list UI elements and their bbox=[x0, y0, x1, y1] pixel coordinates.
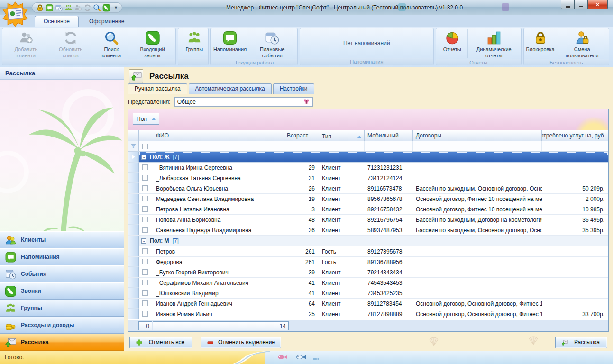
table-row[interactable]: Иванов Андрей Геннадьевич 64 Клиент 8911… bbox=[128, 299, 608, 309]
reminders-icon[interactable] bbox=[46, 4, 54, 12]
column-header-type[interactable]: Тип bbox=[319, 130, 365, 141]
table-row[interactable]: Петрова Наталья Ивановна 3 Клиент 892167… bbox=[128, 204, 608, 215]
send-mailing-button[interactable]: Рассылка bbox=[555, 337, 607, 348]
column-header-mobile[interactable]: Мобильный bbox=[365, 130, 413, 141]
switch-user-button[interactable]: Смена пользователя bbox=[556, 29, 608, 58]
table-row[interactable]: Медведева Светлана Владимировна 19 Клиен… bbox=[128, 194, 608, 204]
row-checkbox[interactable] bbox=[142, 164, 148, 170]
sidebar-item[interactable]: Группы bbox=[0, 300, 124, 317]
minimize-button[interactable] bbox=[561, 0, 575, 9]
row-checkbox[interactable] bbox=[142, 311, 148, 317]
add-client-button[interactable]: Добавить клиента bbox=[3, 29, 49, 58]
sidebar-item[interactable]: События bbox=[0, 265, 124, 282]
row-checkbox[interactable] bbox=[142, 196, 148, 201]
planned-events-button[interactable]: Плановые события bbox=[248, 29, 296, 58]
events-icon[interactable] bbox=[55, 4, 63, 12]
clear-selection-button[interactable]: Отменить выделение bbox=[201, 337, 281, 348]
filter-cell[interactable] bbox=[542, 141, 608, 151]
sidebar-item[interactable]: Клиенты bbox=[0, 231, 124, 248]
collapse-group-icon[interactable]: - bbox=[141, 155, 146, 160]
ribbon-tab-main[interactable]: Основное bbox=[35, 16, 79, 27]
table-row[interactable]: Попова Анна Борисовна 48 Клиент 89216796… bbox=[128, 215, 608, 225]
quick-access-toolbar: ▼ bbox=[32, 2, 122, 13]
sidebar-item[interactable]: Расходы и доходы bbox=[0, 317, 124, 334]
cell-amount bbox=[542, 288, 608, 298]
maximize-button[interactable] bbox=[574, 0, 588, 9]
table-row[interactable]: _Серафимов Михаил Анатольевич 41 Клиент … bbox=[128, 278, 608, 288]
filter-cell[interactable] bbox=[413, 141, 542, 151]
table-row[interactable]: _Вятинина Ирина Сергеевна 29 Клиент 7123… bbox=[128, 163, 608, 173]
table-row[interactable]: Петров 261 Гость 89127895678 bbox=[128, 246, 608, 257]
row-checkbox[interactable] bbox=[142, 300, 148, 306]
lock-button[interactable]: Блокировка bbox=[525, 29, 556, 58]
group-by-field-gender[interactable]: Пол bbox=[133, 113, 159, 125]
sidebar-item[interactable]: Звонки bbox=[0, 282, 124, 300]
cell-fio: _Юшковский Владимир bbox=[153, 288, 284, 298]
table-row[interactable]: Федорова 261 Гость 89136788956 bbox=[128, 257, 608, 267]
groups-button[interactable]: Группы bbox=[179, 29, 209, 57]
column-header-amount[interactable]: Потреблено услуг на, руб. bbox=[542, 130, 608, 141]
filter-cell[interactable] bbox=[365, 141, 413, 151]
tab-manual-mailing[interactable]: Ручная рассылка bbox=[128, 83, 187, 94]
add-client-icon[interactable] bbox=[74, 4, 82, 12]
table-row[interactable]: Воробьева Ольга Юрьевна 26 Клиент 891165… bbox=[128, 183, 608, 194]
collapse-group-icon[interactable]: - bbox=[141, 238, 146, 244]
row-checkbox[interactable] bbox=[142, 290, 148, 296]
dynamic-reports-button[interactable]: Динамические отчеты bbox=[467, 29, 520, 58]
butterfly-icon[interactable] bbox=[303, 98, 310, 105]
sidebar-item-label: События bbox=[21, 271, 46, 277]
wave-decoration bbox=[222, 351, 284, 364]
current-row-arrow-icon bbox=[132, 155, 135, 159]
row-checkbox[interactable] bbox=[142, 280, 148, 285]
cell-type: Клиент bbox=[319, 278, 365, 288]
table-row[interactable]: Иванов Роман Ильич 25 Клиент 78127898889… bbox=[128, 309, 608, 319]
row-checkbox[interactable] bbox=[142, 217, 148, 222]
filter-checkbox[interactable] bbox=[142, 144, 148, 149]
lock-icon[interactable] bbox=[36, 4, 44, 12]
close-button[interactable]: × bbox=[587, 0, 608, 9]
ribbon-tab-appearance[interactable]: Оформление bbox=[81, 16, 133, 27]
tab-automatic-mailing[interactable]: Автоматическая рассылка bbox=[189, 83, 272, 94]
search-icon[interactable] bbox=[93, 4, 101, 12]
filter-funnel-icon[interactable] bbox=[130, 143, 137, 149]
search-client-button[interactable]: Поиск клиента bbox=[92, 29, 130, 58]
sidebar-item[interactable]: Рассылка bbox=[0, 334, 124, 351]
row-checkbox[interactable] bbox=[142, 227, 148, 233]
table-row[interactable]: _Любарская Татьяна Сергеевна 31 Клиент 7… bbox=[128, 173, 608, 183]
reminders-button[interactable]: Напоминания bbox=[212, 29, 247, 58]
table-row[interactable]: Савельева Надежда Владимировна 36 Клиент… bbox=[128, 225, 608, 236]
row-checkbox[interactable] bbox=[142, 248, 148, 254]
events-icon bbox=[265, 30, 280, 46]
tab-settings[interactable]: Настройки bbox=[273, 83, 314, 94]
row-checkbox[interactable] bbox=[142, 175, 148, 181]
groups-icon[interactable] bbox=[64, 4, 73, 12]
table-row[interactable]: _Юшковский Владимир 41 Клиент 7345342523… bbox=[128, 288, 608, 299]
refresh-icon[interactable] bbox=[83, 4, 91, 12]
window-controls: × bbox=[561, 0, 608, 9]
filter-cell[interactable] bbox=[153, 141, 284, 151]
group-row[interactable]: - Пол: М [7] bbox=[128, 236, 608, 246]
cell-mobile: 89216796754 bbox=[365, 215, 413, 225]
table-row[interactable]: _Бутко Георгий Викторович 39 Клиент 7921… bbox=[128, 267, 608, 278]
column-header-age[interactable]: Возраст bbox=[284, 130, 319, 141]
row-checkbox[interactable] bbox=[142, 269, 148, 275]
phone-icon[interactable] bbox=[102, 4, 110, 12]
group-row[interactable]: - Пол: Ж [7] bbox=[128, 152, 608, 163]
filter-cell[interactable] bbox=[319, 141, 365, 151]
sidebar-item[interactable]: Напоминания bbox=[0, 248, 124, 265]
views-select[interactable]: Общее bbox=[174, 97, 313, 107]
cell-type: Клиент bbox=[319, 288, 365, 298]
app-logo-button[interactable] bbox=[2, 1, 28, 27]
qat-dropdown-icon[interactable]: ▼ bbox=[114, 6, 118, 10]
cell-contracts: Основной договор, Фитнес 10 посещений на… bbox=[413, 194, 542, 204]
column-header-fio[interactable]: ФИО bbox=[153, 130, 284, 141]
row-checkbox[interactable] bbox=[142, 259, 148, 264]
row-checkbox[interactable] bbox=[142, 206, 148, 212]
row-checkbox[interactable] bbox=[142, 185, 148, 191]
reports-button[interactable]: Отчеты bbox=[437, 29, 467, 58]
select-all-button[interactable]: Отметить все bbox=[129, 337, 192, 348]
incoming-call-button[interactable]: Входящий звонок bbox=[130, 29, 174, 58]
column-header-contracts[interactable]: Договоры bbox=[413, 130, 542, 141]
filter-cell[interactable] bbox=[284, 141, 319, 151]
refresh-list-button[interactable]: Обновить список bbox=[49, 29, 92, 58]
